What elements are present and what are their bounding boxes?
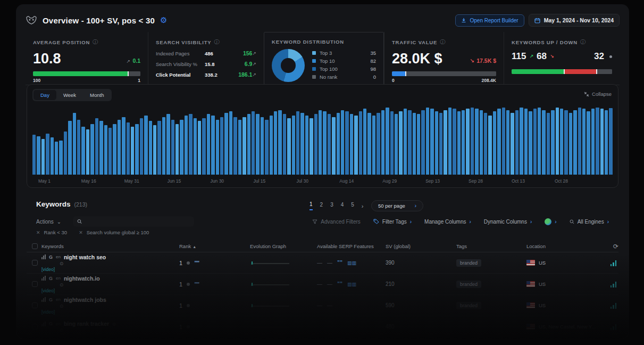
serp-preview-icon[interactable] bbox=[610, 260, 617, 266]
language-label: en bbox=[56, 297, 61, 302]
search-input[interactable] bbox=[86, 219, 190, 225]
keywords-up-bar-fill bbox=[512, 69, 564, 74]
location-cell: US bbox=[526, 302, 605, 308]
keyword-name[interactable]: nightwatch jobs bbox=[64, 297, 106, 303]
keyword-name[interactable]: nightwatch.io bbox=[64, 275, 100, 282]
eye-icon bbox=[187, 304, 190, 307]
page-3[interactable]: 3 bbox=[330, 202, 333, 210]
open-report-builder-label: Open Report Builder bbox=[470, 18, 518, 23]
serp-preview-icon[interactable] bbox=[610, 281, 617, 288]
serp-preview-icon[interactable] bbox=[610, 324, 617, 330]
tag-icon bbox=[373, 219, 379, 224]
legend-item: No rank 0 bbox=[312, 74, 376, 80]
ranking-url-link[interactable]: [video] bbox=[41, 309, 179, 315]
close-icon[interactable]: ✕ bbox=[79, 230, 83, 235]
avg-position-bar bbox=[33, 71, 140, 76]
us-flag-icon bbox=[526, 324, 535, 330]
col-rank[interactable]: Rank▲ bbox=[179, 243, 250, 249]
clock-icon: ⊙ bbox=[60, 261, 179, 266]
filter-chip-search-volume[interactable]: ✕ Search volume global ≥ 100 bbox=[79, 229, 149, 235]
rank-value: 1 bbox=[179, 302, 182, 309]
tag-badge[interactable]: branded bbox=[456, 302, 481, 309]
eye-icon bbox=[187, 283, 190, 286]
serp-features: —— ””▥▥ bbox=[317, 260, 386, 266]
tab-week[interactable]: Week bbox=[56, 90, 83, 100]
all-engines-selector[interactable]: All Engines › bbox=[570, 219, 609, 225]
table-row[interactable]: G en night watch seo ⊙ [video] 1 ”” —— ”… bbox=[27, 252, 618, 274]
select-all-checkbox[interactable] bbox=[32, 243, 38, 249]
tag-badge[interactable]: branded bbox=[456, 259, 481, 267]
open-report-builder-button[interactable]: Open Report Builder bbox=[455, 14, 524, 27]
per-page-selector[interactable]: 50 per page › bbox=[371, 200, 423, 211]
sort-asc-icon: ▲ bbox=[193, 245, 196, 249]
col-evolution[interactable]: Evolution Graph bbox=[250, 243, 317, 249]
evolution-sparkline bbox=[250, 323, 291, 331]
info-icon[interactable]: ⓘ bbox=[580, 38, 586, 46]
col-location[interactable]: Location bbox=[526, 243, 605, 249]
ranking-url-link[interactable]: [video] bbox=[41, 288, 179, 293]
keywords-updown-bar bbox=[512, 69, 612, 74]
actions-dropdown[interactable]: Actions ⌄ bbox=[36, 219, 61, 225]
legend-item: Top 3 35 bbox=[312, 50, 376, 56]
sitelinks-feature-icon: ▥▥ bbox=[347, 260, 356, 266]
dashboard-card: Overview - 100+ SV, pos < 30 ⚙ Open Repo… bbox=[16, 4, 629, 339]
metric-name: Click Potential bbox=[156, 72, 205, 78]
info-icon[interactable]: ⓘ bbox=[214, 38, 220, 46]
tag-badge[interactable]: branded bbox=[456, 281, 481, 288]
ranking-url-link[interactable]: [video] bbox=[41, 267, 179, 272]
advanced-filters-button[interactable]: Advanced Filters bbox=[312, 219, 360, 225]
collapse-chart-button[interactable]: Collapse bbox=[584, 91, 612, 97]
table-row[interactable]: G en nightwatch jobs ⊙ [video] 1 —— 590 … bbox=[27, 295, 618, 316]
manage-columns-button[interactable]: Manage Columns › bbox=[424, 219, 471, 225]
chevron-right-icon: › bbox=[555, 219, 556, 225]
page-4[interactable]: 4 bbox=[341, 202, 344, 210]
bar-chart-bars bbox=[32, 106, 613, 175]
avg-position-bar-fill bbox=[33, 71, 128, 76]
row-checkbox[interactable] bbox=[32, 281, 38, 287]
info-icon[interactable]: ⓘ bbox=[440, 38, 446, 46]
location-globe-selector[interactable]: › bbox=[545, 218, 556, 225]
row-checkbox[interactable] bbox=[32, 302, 38, 308]
quotes-feature-icon: ”” bbox=[337, 281, 342, 287]
per-page-label: 50 per page bbox=[378, 203, 405, 209]
page-5[interactable]: 5 bbox=[351, 202, 354, 210]
legend-item: Top 10 82 bbox=[312, 58, 376, 64]
next-page-button[interactable]: › bbox=[362, 203, 364, 209]
dynamic-columns-button[interactable]: Dynamic Columns › bbox=[484, 219, 532, 225]
tab-month[interactable]: Month bbox=[83, 90, 111, 100]
keyword-name[interactable]: night watch seo bbox=[64, 254, 106, 260]
filter-tags-button[interactable]: Filter Tags › bbox=[373, 219, 412, 225]
refresh-icon[interactable]: ⟳ bbox=[605, 243, 618, 250]
table-row[interactable]: G en bing rank tracker ◍ ⊙ 1 480 US, New… bbox=[27, 316, 618, 338]
info-icon[interactable]: ⓘ bbox=[93, 38, 98, 46]
settings-gear-icon[interactable]: ⚙ bbox=[160, 15, 167, 25]
unchanged-dot-icon bbox=[609, 55, 612, 58]
col-keywords[interactable]: Keywords bbox=[41, 243, 179, 249]
keyword-search[interactable] bbox=[73, 216, 194, 227]
date-range-picker[interactable]: May 1, 2024 - Nov 10, 2024 bbox=[529, 14, 620, 27]
position-history-icon bbox=[41, 297, 46, 302]
keywords-table: Keywords Rank▲ Evolution Graph Available… bbox=[27, 241, 618, 338]
active-filters: ✕ Rank < 30 ✕ Search volume global ≥ 100 bbox=[36, 229, 149, 235]
rank-value: 1 bbox=[179, 324, 182, 330]
avg-scale-right: 1 bbox=[138, 78, 140, 83]
close-icon[interactable]: ✕ bbox=[36, 230, 40, 235]
location-cell: US bbox=[526, 260, 605, 266]
col-sv[interactable]: SV (global) bbox=[386, 243, 456, 249]
col-serp[interactable]: Available SERP Features bbox=[317, 243, 386, 249]
filter-chip-rank[interactable]: ✕ Rank < 30 bbox=[36, 229, 67, 235]
google-icon: G bbox=[49, 297, 53, 302]
stats-row: AVERAGE POSITION ⓘ 10.8 ↗ 0.1 100 1 SEAR… bbox=[26, 32, 620, 85]
keyword-name[interactable]: bing rank tracker bbox=[64, 321, 109, 327]
serp-preview-icon[interactable] bbox=[610, 302, 617, 309]
table-toolbar: Actions ⌄ Advanced Filters Fi bbox=[36, 216, 609, 227]
col-tags[interactable]: Tags bbox=[456, 243, 526, 249]
page-1[interactable]: 1 bbox=[310, 201, 313, 210]
page-title: Overview - 100+ SV, pos < 30 bbox=[43, 16, 155, 25]
row-checkbox[interactable] bbox=[32, 324, 38, 330]
row-checkbox[interactable] bbox=[32, 260, 38, 266]
metric-value: 338.2 bbox=[205, 72, 231, 78]
page-2[interactable]: 2 bbox=[320, 202, 323, 210]
tab-day[interactable]: Day bbox=[34, 90, 56, 100]
table-row[interactable]: G en nightwatch.io ⊙ [video] 1 ”” —— ””▥… bbox=[27, 274, 618, 295]
